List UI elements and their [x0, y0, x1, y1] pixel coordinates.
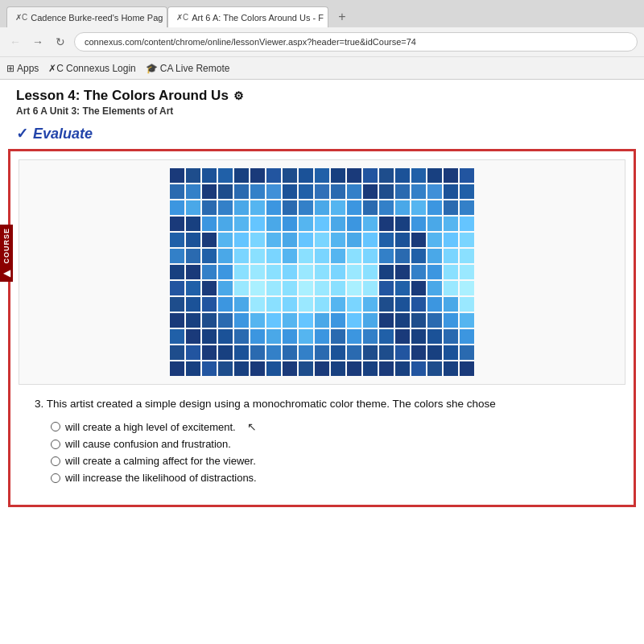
mosaic-cell — [266, 217, 281, 231]
mosaic-cell — [331, 265, 345, 279]
mosaic-cell — [234, 249, 249, 263]
mosaic-cell — [250, 249, 265, 263]
cursor-icon: ↖ — [247, 420, 257, 433]
mosaic-cell — [444, 345, 458, 360]
bookmark-apps-label: Apps — [17, 63, 39, 74]
radio-1[interactable] — [51, 422, 60, 431]
mosaic-cell — [395, 233, 410, 247]
mosaic-cell — [283, 217, 297, 231]
option-4[interactable]: will increase the likelihood of distract… — [51, 472, 609, 484]
forward-button[interactable]: → — [29, 33, 47, 51]
mosaic-cell — [234, 200, 249, 215]
tab-art-icon: ✗C — [176, 13, 188, 22]
mosaic-cell — [460, 233, 474, 247]
mosaic-cell — [218, 265, 233, 279]
mosaic-cell — [170, 168, 184, 183]
mosaic-cell — [250, 200, 265, 215]
mosaic-cell — [427, 184, 442, 199]
mosaic-cell — [444, 217, 458, 231]
mosaic-cell — [283, 249, 297, 263]
mosaic-cell — [234, 168, 249, 183]
mosaic-cell — [427, 217, 442, 231]
mosaic-cell — [444, 233, 458, 247]
mosaic-grid — [170, 168, 474, 376]
option-4-text: will increase the likelihood of distract… — [65, 472, 257, 484]
bookmark-connexus[interactable]: ✗C Connexus Login — [48, 63, 135, 74]
mosaic-cell — [395, 217, 410, 231]
mosaic-cell — [234, 313, 249, 328]
address-input[interactable] — [74, 32, 638, 52]
mosaic-cell — [266, 297, 281, 312]
mosaic-cell — [331, 200, 345, 215]
mosaic-cell — [363, 329, 378, 344]
evaluate-section: ✓ Evaluate — [0, 122, 644, 149]
mosaic-cell — [395, 184, 410, 199]
mosaic-cell — [218, 361, 233, 376]
mosaic-cell — [186, 329, 200, 344]
mosaic-cell — [266, 249, 281, 263]
mosaic-cell — [427, 329, 442, 344]
mosaic-cell — [218, 313, 233, 328]
mosaic-cell — [347, 297, 361, 312]
mosaic-cell — [363, 313, 378, 328]
mosaic-cell — [460, 361, 474, 376]
mosaic-cell — [444, 265, 458, 279]
mosaic-cell — [460, 313, 474, 328]
mosaic-cell — [202, 361, 217, 376]
mosaic-cell — [250, 217, 265, 231]
tab-home[interactable]: ✗C Cadence Burke-reed's Home Pag × — [6, 6, 167, 27]
mosaic-cell — [363, 217, 378, 231]
mosaic-cell — [427, 200, 442, 215]
mosaic-cell — [266, 265, 281, 279]
option-2-text: will cause confusion and frustration. — [65, 438, 231, 450]
tab-art[interactable]: ✗C Art 6 A: The Colors Around Us - F × — [167, 6, 328, 27]
mosaic-cell — [444, 200, 458, 215]
refresh-button[interactable]: ↻ — [52, 33, 69, 51]
mosaic-cell — [331, 249, 345, 263]
new-tab-button[interactable]: + — [332, 6, 353, 27]
mosaic-cell — [331, 233, 345, 247]
mosaic-cell — [202, 233, 217, 247]
mosaic-cell — [427, 361, 442, 376]
mosaic-cell — [250, 168, 265, 183]
question-body: This artist created a simple design usin… — [47, 398, 496, 410]
lesson-header: Lesson 4: The Colors Around Us ⚙ Art 6 A… — [0, 80, 644, 122]
mosaic-cell — [283, 297, 297, 312]
mosaic-cell — [363, 265, 378, 279]
option-3[interactable]: will create a calming affect for the vie… — [51, 455, 609, 467]
mosaic-cell — [331, 361, 345, 376]
mosaic-cell — [266, 168, 281, 183]
mosaic-cell — [299, 297, 313, 312]
option-1-text: will create a high level of excitement. — [65, 421, 236, 433]
mosaic-cell — [460, 297, 474, 312]
back-button[interactable]: ← — [6, 33, 24, 51]
page-content: COURSE ◀ Lesson 4: The Colors Around Us … — [0, 80, 644, 644]
mosaic-cell — [379, 361, 394, 376]
option-2[interactable]: will cause confusion and frustration. — [51, 438, 609, 450]
bookmarks-bar: ⊞ Apps ✗C Connexus Login 🎓 CA Live Remot… — [0, 56, 644, 79]
mosaic-cell — [315, 217, 329, 231]
course-sidebar: COURSE ◀ — [0, 225, 13, 282]
mosaic-cell — [170, 249, 184, 263]
mosaic-cell — [460, 249, 474, 263]
mosaic-cell — [315, 329, 329, 344]
mosaic-cell — [250, 297, 265, 312]
mosaic-cell — [202, 200, 217, 215]
mosaic-cell — [186, 281, 200, 295]
bookmark-apps[interactable]: ⊞ Apps — [6, 63, 39, 74]
check-icon: ✓ — [16, 125, 28, 142]
mosaic-cell — [444, 281, 458, 295]
mosaic-cell — [299, 345, 313, 360]
bookmark-ca-live[interactable]: 🎓 CA Live Remote — [146, 63, 230, 74]
mosaic-cell — [218, 345, 233, 360]
radio-3[interactable] — [51, 456, 60, 466]
radio-2[interactable] — [51, 440, 60, 449]
mosaic-cell — [427, 313, 442, 328]
mosaic-cell — [460, 345, 474, 360]
mosaic-cell — [331, 313, 345, 328]
option-1[interactable]: will create a high level of excitement. … — [51, 420, 609, 433]
mosaic-cell — [379, 217, 394, 231]
mosaic-cell — [315, 345, 329, 360]
mosaic-cell — [170, 200, 184, 215]
radio-4[interactable] — [51, 473, 60, 483]
